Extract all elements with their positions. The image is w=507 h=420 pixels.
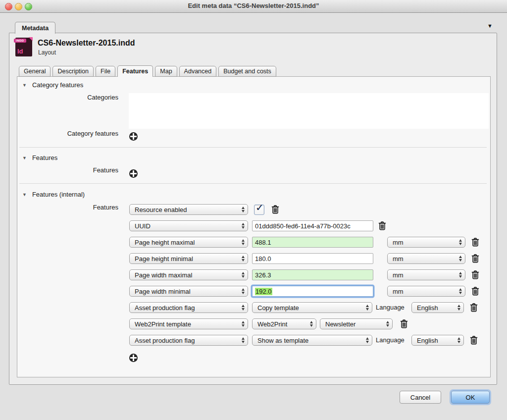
trash-icon[interactable]: [271, 205, 279, 214]
unit-dropdown[interactable]: mm: [387, 269, 465, 280]
tab-metadata-label: Metadata: [22, 25, 49, 32]
section-divider: [19, 147, 487, 148]
trash-icon[interactable]: [470, 336, 478, 345]
language-label: Language: [376, 335, 405, 346]
document-subtitle: Layout: [38, 49, 56, 56]
tab-file[interactable]: File: [96, 66, 115, 77]
trash-icon[interactable]: [378, 221, 386, 230]
ok-button[interactable]: OK: [451, 391, 490, 404]
uuid-input[interactable]: 01ddd850-fed6-11e4-a77b-0023c: [252, 220, 373, 231]
document-title: CS6-Newsletter-2015.indd: [38, 39, 135, 48]
language-label: Language: [376, 302, 405, 313]
section-header-category-features[interactable]: ▼ Category features: [22, 81, 83, 89]
flag-value-dropdown[interactable]: Copy template: [252, 302, 372, 313]
feature-key-dropdown[interactable]: Page height maximal: [129, 237, 248, 248]
category-features-label: Category features: [17, 130, 118, 138]
stepper-icon: [457, 337, 460, 343]
newsletter-dropdown[interactable]: Newsletter: [320, 318, 393, 329]
features-label: Features: [17, 166, 118, 174]
flag-value-dropdown[interactable]: Show as template: [252, 335, 372, 346]
add-feature-button[interactable]: [129, 169, 138, 178]
section-header-features[interactable]: ▼ Features: [22, 154, 57, 161]
categories-label: Categories: [17, 94, 118, 102]
disclosure-triangle-icon[interactable]: ▼: [22, 83, 27, 88]
trash-icon[interactable]: [400, 319, 408, 328]
feature-key-dropdown[interactable]: Asset production flag: [129, 302, 248, 313]
trash-icon[interactable]: [471, 238, 479, 247]
tab-metadata[interactable]: Metadata: [15, 22, 55, 34]
section-title: Features (internal): [32, 191, 85, 198]
internal-features-label: Features: [17, 204, 118, 211]
indesign-file-icon: INDD Id: [15, 38, 32, 56]
features-tab-content: ▼ Category features Categories Category …: [17, 76, 491, 377]
title-bar: Edit meta data “CS6-Newsletter-2015.indd…: [0, 0, 507, 13]
stepper-icon: [242, 272, 245, 278]
edit-metadata-window: Edit meta data “CS6-Newsletter-2015.indd…: [0, 0, 507, 420]
web2print-dropdown[interactable]: Web2Print: [252, 318, 316, 329]
page-width-maximal-input[interactable]: 326.3: [252, 269, 373, 280]
unit-dropdown[interactable]: mm: [387, 286, 465, 297]
stepper-icon: [366, 337, 369, 343]
check-icon: ✓: [255, 202, 264, 213]
stepper-icon: [459, 239, 462, 245]
metadata-panel: INDD Id CS6-Newsletter-2015.indd Layout …: [9, 33, 497, 385]
stepper-icon: [242, 207, 245, 212]
section-title: Features: [32, 154, 57, 161]
feature-key-dropdown[interactable]: Web2Print template: [129, 318, 248, 329]
stepper-icon: [242, 321, 245, 327]
feature-key-dropdown[interactable]: UUID: [129, 220, 248, 231]
trash-icon[interactable]: [471, 287, 479, 296]
tab-bar: General Description File Features Map Ad…: [19, 65, 276, 77]
add-internal-feature-button[interactable]: [129, 354, 138, 362]
page-height-minimal-input[interactable]: 180.0: [252, 253, 373, 264]
page-height-maximal-input[interactable]: 488.1: [252, 237, 373, 248]
window-title: Edit meta data “CS6-Newsletter-2015.indd…: [0, 2, 507, 9]
tab-budget-and-costs[interactable]: Budget and costs: [218, 66, 276, 77]
stepper-icon: [242, 239, 245, 245]
feature-key-dropdown[interactable]: Resource enabled: [129, 204, 248, 215]
file-type-badge: INDD: [14, 39, 26, 43]
page-width-minimal-input[interactable]: 192.0: [252, 286, 373, 297]
stepper-icon: [459, 288, 462, 294]
unit-dropdown[interactable]: mm: [387, 253, 465, 264]
feature-key-dropdown[interactable]: Page width maximal: [129, 269, 248, 280]
page-fold-icon: [29, 37, 33, 41]
stepper-icon: [366, 305, 369, 311]
stepper-icon: [459, 256, 462, 262]
section-divider: [19, 183, 487, 184]
stepper-icon: [457, 305, 460, 311]
tab-map[interactable]: Map: [155, 66, 177, 77]
feature-key-dropdown[interactable]: Page height minimal: [129, 253, 248, 264]
feature-key-dropdown[interactable]: Asset production flag: [129, 335, 248, 346]
feature-key-dropdown[interactable]: Page width minimal: [129, 286, 248, 297]
tab-advanced[interactable]: Advanced: [179, 66, 217, 77]
stepper-icon: [242, 305, 245, 311]
indesign-id-glyph: Id: [17, 48, 23, 55]
selected-text: 192.0: [255, 288, 272, 295]
stepper-icon: [242, 256, 245, 262]
disclosure-triangle-icon[interactable]: ▼: [22, 192, 27, 197]
section-title: Category features: [32, 81, 83, 89]
categories-value-area[interactable]: [129, 93, 489, 129]
trash-icon[interactable]: [470, 303, 478, 312]
stepper-icon: [242, 337, 245, 343]
unit-dropdown[interactable]: mm: [387, 237, 465, 248]
stepper-icon: [310, 321, 313, 327]
cancel-button[interactable]: Cancel: [400, 391, 441, 404]
add-category-feature-button[interactable]: [129, 132, 138, 141]
trash-icon[interactable]: [471, 270, 479, 279]
tab-description[interactable]: Description: [52, 66, 94, 77]
tab-features[interactable]: Features: [117, 65, 153, 77]
section-header-features-internal[interactable]: ▼ Features (internal): [22, 191, 85, 198]
language-dropdown[interactable]: English: [411, 302, 464, 313]
panel-menu-arrow-icon[interactable]: ▼: [487, 23, 493, 29]
trash-icon[interactable]: [471, 254, 479, 263]
stepper-icon: [242, 288, 245, 294]
disclosure-triangle-icon[interactable]: ▼: [22, 156, 27, 160]
stepper-icon: [242, 223, 245, 229]
resource-enabled-checkbox[interactable]: ✓: [254, 205, 264, 215]
language-dropdown[interactable]: English: [411, 335, 464, 346]
stepper-icon: [459, 272, 462, 278]
tab-general[interactable]: General: [19, 66, 51, 77]
stepper-icon: [386, 321, 389, 327]
